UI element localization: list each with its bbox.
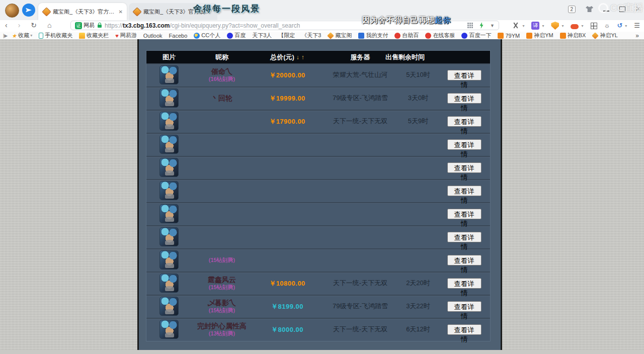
- bookmark-item[interactable]: 天下3人: [252, 32, 272, 39]
- bookmarks-overflow-icon[interactable]: »: [635, 32, 639, 39]
- translate-icon[interactable]: 译: [531, 22, 539, 30]
- browser-tab[interactable]: 藏宝阁_《天下3》官方线下交易✕: [38, 3, 127, 20]
- item-avatar[interactable]: [159, 112, 179, 131]
- sort-asc-icon[interactable]: ↑: [301, 54, 304, 61]
- phone-icon: [39, 33, 43, 39]
- bookmark-item[interactable]: 收藏夹栏: [79, 32, 109, 39]
- item-name[interactable]: 乄暮影乀: [192, 299, 252, 307]
- bookmark-item[interactable]: 79YM: [498, 33, 520, 39]
- row-name-cell: [192, 121, 252, 122]
- menu-icon[interactable]: ☰: [634, 22, 640, 30]
- bookmark-item[interactable]: 藏宝阁: [328, 32, 352, 39]
- bookmark-label: 网易游: [120, 32, 137, 39]
- view-detail-button[interactable]: 查看详情: [447, 139, 481, 150]
- view-detail-button[interactable]: 查看详情: [447, 232, 481, 242]
- header-nickname: 昵称: [192, 53, 252, 62]
- scissors-icon[interactable]: [512, 22, 520, 30]
- korange-icon: [498, 33, 504, 39]
- item-name[interactable]: 霆鑫风云: [192, 276, 252, 284]
- screen: 藏宝阁_《天下3》官方线下交易✕藏宝阁_《天下3》官方线下交易 2 ✕ ‹ › …: [0, 0, 644, 354]
- view-detail-button[interactable]: 查看详情: [447, 162, 481, 173]
- view-detail-button[interactable]: 查看详情: [447, 301, 481, 312]
- bookmark-item[interactable]: 《天下3: [301, 32, 321, 39]
- game-controller-icon[interactable]: [571, 24, 579, 29]
- table-row: 查看详情: [146, 133, 490, 156]
- bookmark-item[interactable]: 百度一下: [461, 32, 491, 39]
- row-action-cell: 查看详情: [438, 70, 490, 80]
- brightness-icon[interactable]: ☼: [604, 22, 610, 30]
- item-name[interactable]: 完封护心属性高: [192, 322, 252, 330]
- bookmark-item[interactable]: 手机收藏夹: [39, 32, 72, 39]
- bookmark-item[interactable]: 我的支付: [358, 32, 388, 39]
- bookmark-item[interactable]: 神启YL: [592, 32, 617, 39]
- item-avatar[interactable]: [159, 204, 179, 223]
- item-subtitle: (16钻刻腾): [192, 76, 252, 82]
- bookmark-item[interactable]: 自助百: [394, 32, 419, 39]
- bookmark-item[interactable]: 百度: [227, 32, 246, 39]
- item-avatar[interactable]: [159, 181, 179, 200]
- bookmark-item[interactable]: 网易游: [115, 32, 137, 39]
- bookmark-item[interactable]: 神启BX: [560, 32, 586, 39]
- item-avatar[interactable]: [159, 274, 179, 293]
- shield-icon[interactable]: [551, 22, 559, 30]
- item-price: ￥8199.00: [271, 303, 303, 310]
- bookmark-item[interactable]: 在线客服: [425, 32, 455, 39]
- view-detail-button[interactable]: 查看详情: [447, 116, 481, 127]
- bookmark-item[interactable]: 神启YM: [526, 32, 553, 39]
- view-detail-button[interactable]: 查看详情: [447, 186, 481, 196]
- view-detail-button[interactable]: 查看详情: [447, 278, 481, 289]
- view-detail-button[interactable]: 查看详情: [447, 324, 481, 335]
- view-detail-button[interactable]: 查看详情: [447, 70, 481, 80]
- apps-grid-icon[interactable]: [591, 23, 597, 29]
- page-background: 图片 昵称 总价(元) ↓ ↑ 服务器 出售剩余时间 催命乀(16钻刻腾)￥20…: [0, 39, 644, 350]
- sort-desc-icon[interactable]: ↓: [296, 54, 299, 61]
- item-avatar[interactable]: [159, 158, 179, 177]
- url-text: https://tx3.cbg.163.com/cgi-bin/equipque…: [105, 22, 300, 29]
- item-avatar[interactable]: [159, 227, 179, 246]
- qr-grid-icon[interactable]: [467, 23, 473, 28]
- bookmark-item[interactable]: CC个人: [194, 32, 220, 39]
- row-action-cell: 查看详情: [438, 301, 490, 312]
- item-avatar[interactable]: [159, 297, 179, 316]
- table-row: 霆鑫风云(15钻刻腾)￥10800.00天下一统-天下无双2天20时查看详情: [146, 272, 490, 295]
- lightning-icon[interactable]: [479, 22, 484, 29]
- tab-close-icon[interactable]: ✕: [119, 9, 123, 15]
- sidebar-toggle-icon[interactable]: |▶: [3, 33, 8, 38]
- view-detail-button[interactable]: 查看详情: [447, 209, 481, 219]
- site-verify-icon[interactable]: 证: [75, 22, 82, 29]
- item-avatar[interactable]: [159, 320, 179, 339]
- chevron-down-icon[interactable]: ▼: [490, 23, 495, 28]
- item-avatar[interactable]: [159, 88, 179, 108]
- tab-count-badge[interactable]: 2: [568, 6, 576, 13]
- item-name[interactable]: 催命乀: [192, 67, 252, 75]
- user-avatar[interactable]: [5, 4, 19, 18]
- restore-icon[interactable]: ↺: [617, 22, 622, 30]
- row-action-cell: 查看详情: [438, 162, 490, 173]
- bookmark-label: 收藏夹栏: [87, 32, 109, 39]
- row-name-cell: 霆鑫风云(15钻刻腾): [192, 276, 252, 291]
- bookmark-label: CC个人: [201, 32, 220, 39]
- forward-icon[interactable]: ›: [18, 21, 21, 29]
- refresh-icon[interactable]: ↻: [31, 21, 37, 29]
- bookmark-item[interactable]: 【限定: [278, 32, 295, 39]
- skin-icon[interactable]: [586, 6, 593, 12]
- view-detail-button[interactable]: 查看详情: [447, 255, 481, 266]
- back-icon[interactable]: ‹: [5, 21, 8, 29]
- row-price-cell: ￥19999.00: [252, 94, 323, 103]
- item-name[interactable]: 丶回轮: [192, 94, 252, 102]
- item-subtitle: (15钻刻腾): [192, 307, 252, 314]
- send-to-phone-icon[interactable]: [22, 4, 35, 17]
- bookmark-item[interactable]: 收藏▾: [12, 32, 32, 39]
- home-icon[interactable]: ⌂: [47, 21, 51, 29]
- item-avatar[interactable]: [159, 250, 179, 270]
- item-avatar[interactable]: [159, 65, 179, 84]
- svc-icon: [394, 33, 400, 39]
- item-avatar[interactable]: [159, 135, 179, 154]
- view-detail-button[interactable]: 查看详情: [447, 93, 481, 104]
- bookmark-item[interactable]: Facebo: [169, 33, 188, 39]
- watermark-text-1: 舍得每一段风景: [193, 3, 260, 15]
- item-server: 天下一统-天下无双: [323, 117, 398, 126]
- header-time-left: 出售剩余时间: [385, 53, 425, 62]
- bookmark-label: 神启YL: [600, 32, 617, 39]
- bookmark-item[interactable]: Outlook: [143, 33, 163, 39]
